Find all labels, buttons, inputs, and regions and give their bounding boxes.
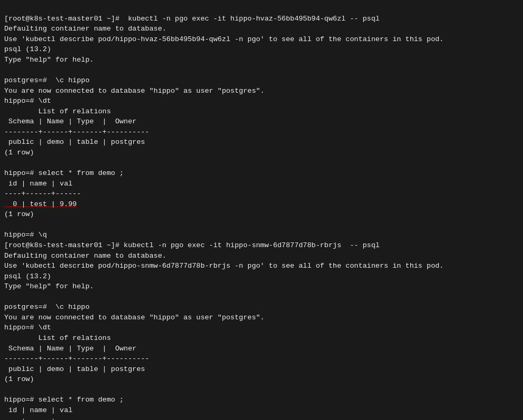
highlighted-data-row: 0 | test | 9.99 bbox=[4, 200, 77, 208]
terminal-line: Defaulting container name to database. bbox=[4, 251, 519, 261]
terminal-line: hippo=# select * from demo ; bbox=[4, 168, 519, 179]
terminal-line: You are now connected to database "hippo… bbox=[4, 312, 519, 323]
terminal-line: You are now connected to database "hippo… bbox=[4, 86, 519, 96]
terminal-line: Defaulting container name to database. bbox=[4, 24, 519, 34]
terminal-line: public | demo | table | postgres bbox=[4, 137, 519, 148]
terminal-empty-line bbox=[4, 158, 519, 168]
terminal-line: List of relations bbox=[4, 106, 519, 117]
terminal-empty-line bbox=[4, 385, 519, 395]
terminal-line: Schema | Name | Type | Owner bbox=[4, 116, 519, 127]
terminal-line: postgres=# \c hippo bbox=[4, 75, 519, 86]
terminal-line: [root@k8s-test-master01 ~]# kubectl -n p… bbox=[4, 14, 519, 24]
terminal-line: psql (13.2) bbox=[4, 271, 519, 282]
terminal-line: id | name | val bbox=[4, 405, 519, 416]
terminal-line: --------+------+-------+---------- bbox=[4, 354, 519, 364]
terminal-line: hippo=# \q bbox=[4, 230, 519, 240]
terminal-line: (1 row) bbox=[4, 209, 519, 220]
terminal-line: hippo=# \dt bbox=[4, 96, 519, 106]
terminal-line: Type "help" for help. bbox=[4, 281, 519, 292]
terminal-line: Use 'kubectl describe pod/hippo-snmw-6d7… bbox=[4, 261, 519, 271]
terminal-line: [root@k8s-test-master01 ~]# kubectl -n p… bbox=[4, 240, 519, 251]
terminal-line: id | name | val bbox=[4, 179, 519, 189]
terminal-line: hippo=# \dt bbox=[4, 323, 519, 333]
terminal-line: (1 row) bbox=[4, 374, 519, 385]
terminal-line: 0 | test | 9.99 bbox=[4, 199, 519, 210]
terminal-line: --------+------+-------+---------- bbox=[4, 127, 519, 138]
terminal-line: Schema | Name | Type | Owner bbox=[4, 344, 519, 354]
terminal-line: Type "help" for help. bbox=[4, 55, 519, 65]
terminal-empty-line bbox=[4, 220, 519, 230]
terminal-line: public | demo | table | postgres bbox=[4, 364, 519, 375]
terminal-line: postgres=# \c hippo bbox=[4, 302, 519, 312]
terminal-line: (1 row) bbox=[4, 148, 519, 158]
terminal-empty-line bbox=[4, 65, 519, 75]
terminal-empty-line bbox=[4, 292, 519, 302]
terminal-line: hippo=# select * from demo ; bbox=[4, 395, 519, 405]
terminal-line: psql (13.2) bbox=[4, 44, 519, 55]
terminal-line: List of relations bbox=[4, 333, 519, 344]
terminal-line: ----+------+------ bbox=[4, 416, 519, 421]
terminal-line: Use 'kubectl describe pod/hippo-hvaz-56b… bbox=[4, 34, 519, 45]
terminal-line: ----+------+------ bbox=[4, 189, 519, 199]
terminal-window[interactable]: [root@k8s-test-master01 ~]# kubectl -n p… bbox=[0, 0, 523, 420]
